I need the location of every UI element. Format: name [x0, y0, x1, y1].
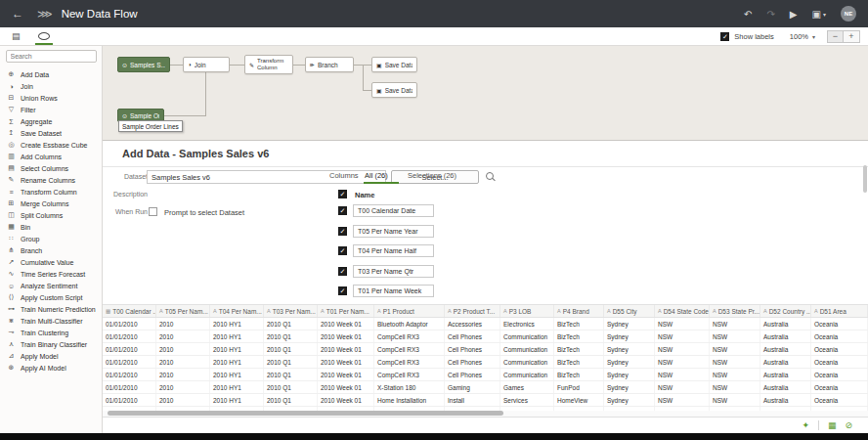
table-cell: Sydney: [604, 318, 655, 330]
sidebar: ⊕ Add Data ◑ Join ⊟ Union Rows ▽: [0, 46, 103, 433]
zoom-buttons: − +: [827, 30, 860, 43]
table-cell: 2010: [156, 343, 210, 355]
data-grid-icon[interactable]: ▦: [828, 421, 837, 430]
panel-vertical-scrollbar[interactable]: [863, 165, 867, 193]
sidebar-item-branch[interactable]: ⋔ Branch: [0, 244, 102, 256]
redo-icon[interactable]: ↷: [766, 9, 774, 20]
sidebar-item-rename-columns[interactable]: ✎ Rename Columns: [0, 174, 102, 186]
column-checkbox[interactable]: ✓: [338, 286, 347, 295]
undo-icon[interactable]: ↶: [744, 9, 752, 20]
node-branch[interactable]: ⋔ Branch: [305, 57, 354, 72]
run-dataflow-icon[interactable]: ▶: [790, 9, 798, 20]
node-save-data-1[interactable]: ▣ Save Data: [371, 57, 417, 72]
sidebar-item-filter[interactable]: ▽ Filter: [0, 104, 102, 115]
sidebar-item-aggregate[interactable]: Σ Aggregate: [0, 115, 102, 127]
column-name-field[interactable]: T05 Per Name Year: [353, 225, 434, 238]
sidebar-item-transform-column[interactable]: ≡ Transform Column: [0, 186, 102, 198]
zoom-level-select[interactable]: 100%: [790, 32, 808, 41]
tab-data-panel[interactable]: ▤: [9, 27, 23, 45]
table-cell: NSW: [655, 369, 710, 380]
sidebar-item-label: Filter: [21, 107, 36, 113]
sidebar-item-train-clustering[interactable]: ⊸ Train Clustering: [0, 327, 102, 338]
sidebar-item-add-columns[interactable]: ▥ Add Columns: [0, 151, 102, 162]
preview-icon[interactable]: ⊘: [845, 421, 852, 430]
node-transform-column[interactable]: ✎ Transform Column: [244, 55, 293, 74]
connector: [293, 65, 305, 66]
column-name-field[interactable]: T03 Per Name Qtr: [353, 265, 434, 278]
sidebar-item-split-columns[interactable]: ◫ Split Columns: [0, 209, 102, 221]
table-cell: Australia: [760, 330, 811, 342]
prompt-dataset-checkbox[interactable]: [149, 207, 157, 216]
step-icon: ⋔: [7, 246, 16, 254]
sidebar-item-merge-columns[interactable]: ⊞ Merge Columns: [0, 198, 102, 209]
connector: [205, 72, 206, 116]
zoom-caret-icon[interactable]: ▾: [812, 33, 815, 40]
column-checkbox[interactable]: ✓: [338, 246, 347, 255]
table-horizontal-scrollbar[interactable]: [108, 411, 503, 416]
table-cell: NSW: [655, 356, 710, 368]
sidebar-item-train-numeric-prediction[interactable]: ⊶ Train Numeric Prediction: [0, 303, 102, 315]
sidebar-item-select-columns[interactable]: ▤ Select Columns: [0, 162, 102, 174]
dataset-label: Dataset: [108, 173, 148, 180]
preview-table: ▦T00 Calendar ...AT05 Per Nam...AT04 Per…: [103, 304, 868, 417]
sidebar-item-label: Cumulative Value: [21, 259, 73, 266]
step-icon: ⋇: [7, 317, 16, 325]
node-samples-sales[interactable]: ⊙ Samples S...: [117, 57, 170, 72]
column-checkbox[interactable]: ✓: [338, 206, 347, 215]
table-cell: HomeView: [554, 394, 604, 406]
node-join[interactable]: ◑ Join: [183, 57, 230, 72]
back-button[interactable]: ←: [12, 7, 23, 21]
column-name-field[interactable]: T04 Per Name Half: [353, 244, 434, 257]
attribute-icon: A: [557, 308, 561, 314]
column-item-t00-calendar-date: ✓ T00 Calendar Date: [338, 204, 434, 217]
description-label: Description: [108, 191, 148, 198]
node-save-data-2[interactable]: ▣ Save Data: [371, 82, 417, 98]
column-search-icon[interactable]: [486, 172, 494, 180]
sidebar-item-apply-model[interactable]: ⊿ Apply Model: [0, 350, 102, 362]
table-cell: CompCell RX3: [374, 369, 445, 380]
column-header-p4-brand: AP4 Brand: [554, 305, 604, 317]
select-all-columns-checkbox[interactable]: ✓: [338, 190, 347, 198]
table-cell: Oceania: [811, 330, 868, 342]
sidebar-item-train-binary-classifier[interactable]: ⋏ Train Binary Classifier: [0, 338, 102, 350]
column-name-field[interactable]: T01 Per Name Week: [353, 285, 434, 297]
zoom-in-button[interactable]: +: [844, 30, 860, 43]
table-cell: Communication: [500, 356, 554, 368]
sidebar-item-time-series-forecast[interactable]: ∿ Time Series Forecast: [0, 268, 102, 280]
save-menu-caret-icon[interactable]: ▾: [823, 11, 826, 18]
table-cell: 2010 Week 01: [318, 394, 374, 406]
column-header-label: T04 Per Nam...: [219, 308, 262, 315]
sidebar-item-analyze-sentiment[interactable]: ☺ Analyze Sentiment: [0, 280, 102, 291]
sidebar-item-apply-ai-model[interactable]: ⊛ Apply AI Model: [0, 362, 102, 374]
sidebar-item-bin[interactable]: ▦ Bin: [0, 221, 102, 233]
show-labels-checkbox[interactable]: ✓: [720, 32, 729, 41]
sidebar-item-create-essbase-cube[interactable]: ◎ Create Essbase Cube: [0, 139, 102, 151]
sidebar-item-union-rows[interactable]: ⊟ Union Rows: [0, 92, 102, 104]
tab-all[interactable]: All (26): [365, 171, 388, 180]
sidebar-item-group[interactable]: ∷ Group: [0, 233, 102, 244]
search-input[interactable]: [6, 50, 97, 63]
sidebar-item-cumulative-value[interactable]: ↗ Cumulative Value: [0, 256, 102, 268]
step-icon: ✎: [7, 176, 16, 184]
sidebar-item-apply-custom-script[interactable]: ⟨⟩ Apply Custom Script: [0, 291, 102, 303]
table-cell: NSW: [710, 356, 760, 368]
flow-canvas[interactable]: ⊙ Samples S... ◑ Join ✎ Transform Column…: [103, 46, 868, 141]
sidebar-item-label: Branch: [21, 247, 42, 254]
sidebar-item-add-data[interactable]: ⊕ Add Data: [0, 68, 102, 80]
zoom-out-button[interactable]: −: [827, 30, 844, 43]
table-cell: CompCell RX3: [374, 343, 445, 355]
save-button[interactable]: ▣ ▾: [812, 9, 826, 20]
tab-steps-panel[interactable]: [35, 27, 53, 45]
avatar[interactable]: NE: [841, 6, 856, 22]
sidebar-item-join[interactable]: ◑ Join: [0, 80, 102, 92]
sidebar-item-save-dataset[interactable]: ↥ Save Dataset: [0, 127, 102, 139]
sparkle-icon[interactable]: ✦: [802, 421, 809, 430]
column-name-field[interactable]: T00 Calendar Date: [353, 204, 434, 217]
sidebar-item-label: Apply AI Model: [21, 365, 66, 372]
column-checkbox[interactable]: ✓: [338, 227, 347, 236]
tab-selections[interactable]: Selections (26): [408, 171, 456, 180]
column-header-label: T05 Per Nam...: [165, 308, 208, 315]
sidebar-item-train-multi-classifier[interactable]: ⋇ Train Multi-Classifier: [0, 315, 102, 327]
table-cell: Services: [500, 394, 554, 406]
column-checkbox[interactable]: ✓: [338, 267, 347, 276]
